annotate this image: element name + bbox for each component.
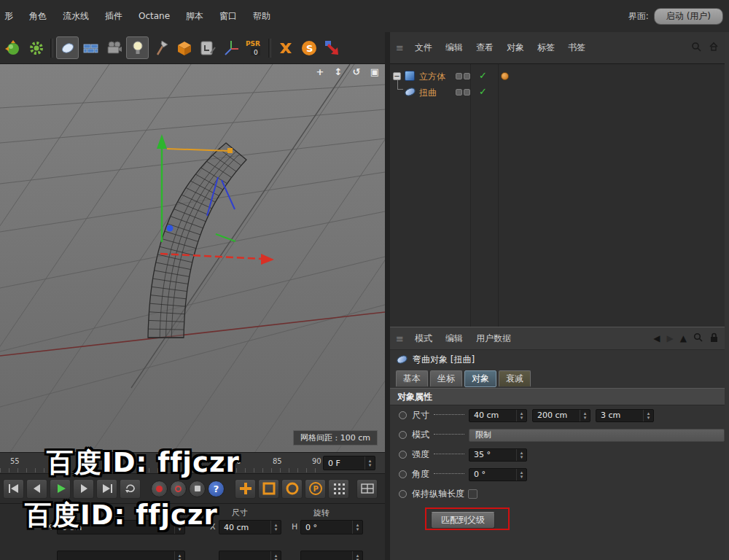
panel-divider[interactable] <box>385 32 390 560</box>
object-row-cube[interactable]: 立方体 <box>390 69 725 85</box>
spinner-icon[interactable] <box>643 410 653 421</box>
up-level-icon[interactable]: ▲ <box>680 333 687 343</box>
attr-menu-userdata[interactable]: 用户数据 <box>469 332 518 345</box>
editor-visibility-dot[interactable] <box>456 73 462 79</box>
menu-item-pipeline[interactable]: 流水线 <box>55 10 97 23</box>
key-rotation-button[interactable] <box>281 479 303 499</box>
tab-object[interactable]: 对象 <box>464 370 496 387</box>
spinner-icon[interactable] <box>516 410 526 421</box>
menu-item-deform[interactable]: 形 <box>0 10 21 23</box>
om-menu-object[interactable]: 对象 <box>500 42 531 54</box>
lock-icon[interactable] <box>709 332 719 345</box>
pan-icon[interactable] <box>314 66 326 77</box>
spinner-icon[interactable] <box>352 521 362 534</box>
object-row-bend[interactable]: 扭曲 <box>390 85 725 101</box>
keyframe-dot-icon[interactable] <box>399 451 407 459</box>
menu-item-octane[interactable]: Octane <box>130 11 178 21</box>
spinner-icon[interactable] <box>516 469 526 481</box>
axis-xyz-icon[interactable] <box>219 36 242 59</box>
angle-field[interactable]: 0 ° <box>469 468 527 481</box>
attr-menu-mode[interactable]: 模式 <box>408 332 439 345</box>
loop-button[interactable] <box>120 479 141 499</box>
rotation-h-field[interactable]: 0 ° <box>300 520 363 534</box>
floor-tiles-icon[interactable] <box>79 36 102 59</box>
gear-icon[interactable] <box>25 36 47 59</box>
tab-basic[interactable]: 基本 <box>396 370 428 387</box>
size-z-field[interactable]: 3 cm <box>596 409 654 422</box>
om-menu-view[interactable]: 查看 <box>469 42 500 54</box>
autokey-button[interactable] <box>170 481 187 497</box>
snap-table-button[interactable] <box>356 479 378 499</box>
help-button[interactable] <box>208 481 225 497</box>
om-menu-edit[interactable]: 编辑 <box>439 42 469 54</box>
spinner-icon[interactable] <box>270 521 281 534</box>
home-icon[interactable] <box>709 42 719 54</box>
keyframe-dot-icon[interactable] <box>399 411 407 419</box>
om-menu-file[interactable]: 文件 <box>408 42 439 54</box>
orbit-icon[interactable] <box>351 66 362 77</box>
object-name[interactable]: 扭曲 <box>419 87 437 99</box>
selection-ball-icon[interactable] <box>1 36 24 59</box>
strength-field[interactable]: 35 ° <box>469 448 527 462</box>
xpresso-icon[interactable] <box>274 36 297 59</box>
history-back-icon[interactable]: ◀ <box>653 333 660 343</box>
go-start-button[interactable] <box>3 479 24 499</box>
keyframe-dot-icon[interactable] <box>399 490 407 498</box>
spinner-icon[interactable] <box>270 551 281 560</box>
tablet-pen-icon[interactable] <box>196 36 219 59</box>
key-scale-button[interactable] <box>258 479 279 499</box>
menu-item-window[interactable]: 窗口 <box>211 10 245 23</box>
record-keyframe-button[interactable] <box>151 481 168 497</box>
tab-coordinates[interactable]: 坐标 <box>430 370 462 387</box>
keyframe-selection-button[interactable] <box>189 481 206 497</box>
attr-menu-edit[interactable]: 编辑 <box>439 332 469 345</box>
panel-grip-icon[interactable] <box>390 42 408 53</box>
panel-grip-icon[interactable] <box>390 333 408 344</box>
menu-item-plugins[interactable]: 插件 <box>97 10 130 23</box>
enabled-check-icon[interactable] <box>479 86 487 97</box>
keyframe-dot-icon[interactable] <box>399 431 407 439</box>
search-icon[interactable] <box>693 332 703 344</box>
size-y-field-clipped[interactable] <box>219 551 281 560</box>
next-frame-button[interactable] <box>73 479 94 499</box>
object-name[interactable]: 立方体 <box>419 71 445 83</box>
fit-to-parent-button[interactable]: 匹配到父级 <box>431 512 495 529</box>
render-visibility-dot[interactable] <box>464 89 470 96</box>
dolly-icon[interactable] <box>332 66 344 77</box>
mode-dropdown[interactable]: 限制 <box>469 429 725 442</box>
key-parameter-button[interactable]: P <box>305 479 326 499</box>
size-x-field[interactable]: 40 cm <box>469 409 527 422</box>
go-end-button[interactable] <box>96 479 117 499</box>
keyframe-dot-icon[interactable] <box>399 470 407 478</box>
om-menu-bookmark[interactable]: 书签 <box>561 42 592 54</box>
axe-icon[interactable] <box>149 36 172 59</box>
tab-falloff[interactable]: 衰减 <box>499 370 531 387</box>
perspective-viewport[interactable]: 网格间距 : 100 cm <box>0 64 385 452</box>
spinner-icon[interactable] <box>352 551 362 560</box>
position-y-field-clipped[interactable] <box>57 551 185 560</box>
sketch-s-icon[interactable]: S <box>297 36 320 59</box>
bend-deformer-icon[interactable] <box>56 36 79 59</box>
spinner-icon[interactable] <box>174 551 184 560</box>
search-icon[interactable] <box>691 42 701 54</box>
spinner-icon[interactable] <box>516 449 526 461</box>
rotation-p-field-clipped[interactable] <box>300 551 363 560</box>
interface-dropdown[interactable]: 启动 (用户) <box>654 8 723 25</box>
camera-icon[interactable] <box>103 36 125 59</box>
spinner-icon[interactable] <box>364 456 375 470</box>
key-pla-button[interactable] <box>328 479 349 499</box>
expander-icon[interactable] <box>393 72 401 80</box>
render-visibility-dot[interactable] <box>464 73 470 79</box>
section-object-properties[interactable]: 对象属性 <box>390 388 725 405</box>
spinner-icon[interactable] <box>580 410 590 421</box>
key-position-button[interactable] <box>235 479 256 499</box>
om-menu-tag[interactable]: 标签 <box>531 42 561 54</box>
menu-item-script[interactable]: 脚本 <box>178 10 211 23</box>
light-icon[interactable] <box>126 36 149 59</box>
enabled-check-icon[interactable] <box>479 70 487 81</box>
render-arrow-icon[interactable] <box>321 36 343 59</box>
cube-icon[interactable] <box>173 36 195 59</box>
editor-visibility-dot[interactable] <box>456 89 462 96</box>
right-scroll-strip[interactable] <box>725 32 729 560</box>
prev-frame-button[interactable] <box>26 479 47 499</box>
